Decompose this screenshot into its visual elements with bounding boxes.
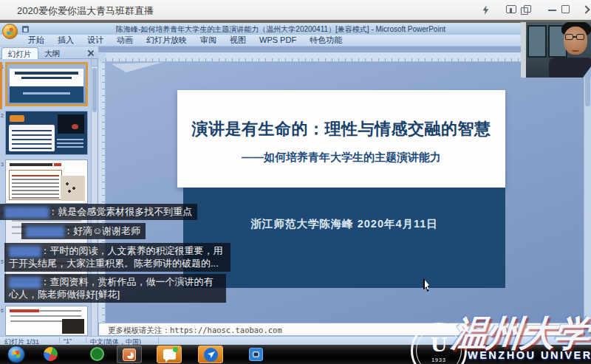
office-button[interactable]: [2, 24, 18, 39]
slide-author-panel: 浙江师范大学陈海峰 2020年4月11日: [183, 188, 505, 288]
chat-text: ：就是会感觉素材很多找不到重点: [48, 206, 192, 217]
pin-window-icon[interactable]: [506, 5, 516, 13]
ruler-corner: [98, 52, 106, 62]
chat-username: ▓▓▓▓▓: [9, 276, 40, 287]
tab-outline-pane[interactable]: 大纲: [38, 47, 66, 59]
status-theme: “1”: [64, 337, 72, 345]
copy-icon[interactable]: [521, 5, 531, 15]
chat-app-icon[interactable]: [157, 346, 182, 363]
chat-text: ：平时的阅读，人文素养的积淀很重要，用于开头结尾，大家注重积累。陈老师讲的破题的…: [9, 245, 222, 269]
save-icon[interactable]: [22, 26, 29, 32]
app-title: 2020爱你爱你温大青马班群直播: [17, 4, 154, 18]
notes-text: 更多模板请关注：https://haosc.taobao.com: [108, 326, 282, 336]
security-pinwheel-icon[interactable]: [38, 346, 64, 363]
screen-capture-icon[interactable]: [244, 346, 269, 363]
slide-thumbnail-3[interactable]: [5, 159, 88, 204]
tab-slides-pane[interactable]: 幻灯片: [1, 47, 38, 59]
app-titlebar: 2020爱你爱你温大青马班群直播: [0, 0, 591, 20]
slide-title: 演讲是有生命的：理性与情感交融的智慧: [177, 118, 505, 140]
chat-username: ▓▓▓▓▓▓▓: [4, 206, 48, 217]
minimize-button[interactable]: [548, 10, 556, 11]
chat-message: ▓▓▓▓▓▓▓：就是会感觉素材很多找不到重点: [0, 204, 197, 220]
slide-thumbnail-6[interactable]: [5, 306, 88, 336]
chat-username: ▓▓▓▓▓▓: [26, 225, 64, 236]
chat-username: ▓▓▓▓▓: [9, 245, 40, 256]
notes-pane[interactable]: 更多模板请关注：https://haosc.taobao.com: [99, 323, 584, 336]
mouse-cursor: [423, 278, 432, 292]
tab-home[interactable]: 开始: [22, 35, 50, 46]
tab-animation[interactable]: 动画: [111, 35, 139, 46]
chat-message: ▓▓▓▓▓：查阅资料，赏析作品，做一个演讲的有心人，陈老师做得好[鲜花]: [4, 274, 226, 303]
slide-thumbnail-1[interactable]: [5, 62, 88, 106]
selected-slide-marker: [0, 62, 2, 109]
chat-text: ：好滴☺谢谢老师: [64, 225, 140, 236]
maximize-button[interactable]: [561, 5, 570, 13]
taskbar: [0, 345, 591, 364]
horizontal-ruler: [106, 52, 584, 62]
ppt-window-title: 陈海峰-如何培养青年大学生的主题演讲能力（温州大学20200411）[兼容模式]…: [0, 24, 561, 35]
meeting-app-icon[interactable]: [198, 346, 223, 363]
close-pane-icon[interactable]: [88, 50, 94, 56]
slide-title-band: 演讲是有生命的：理性与情感交融的智慧 ——如何培养青年大学生的主题演讲能力: [177, 90, 505, 188]
close-button[interactable]: [581, 5, 590, 13]
slide-author-line: 浙江师范大学陈海峰 2020年4月11日: [183, 217, 505, 231]
main-scrollbar[interactable]: [584, 62, 591, 323]
ribbon-tabs: 开始 插入 设计 动画 幻灯片放映 审阅 视图 WPS PDF 特色功能: [0, 35, 591, 47]
green-app-icon[interactable]: [85, 346, 110, 363]
chat-message: ▓▓▓▓▓：平时的阅读，人文素养的积淀很重要，用于开头结尾，大家注重积累。陈老师…: [4, 243, 230, 272]
chat-message: ▓▓▓▓▓▓：好滴☺谢谢老师: [21, 223, 146, 239]
tab-wps-pdf[interactable]: WPS PDF: [253, 35, 302, 46]
powerpoint-taskbar-icon[interactable]: [117, 346, 142, 363]
pane-tabs: 幻灯片 大纲: [0, 47, 98, 59]
ppt-titlebar: 陈海峰-如何培养青年大学生的主题演讲能力（温州大学20200411）[兼容模式]…: [0, 23, 591, 35]
webcam-video: [521, 22, 591, 78]
tab-design[interactable]: 设计: [81, 35, 109, 46]
tab-view[interactable]: 视图: [224, 35, 252, 46]
windows-start-icon[interactable]: [7, 346, 25, 363]
boost-icon[interactable]: [482, 5, 492, 15]
screen: 2020爱你爱你温大青马班群直播 陈海峰-如何培养青年大学生的主题演讲能力（温州…: [0, 0, 591, 364]
tab-review[interactable]: 审阅: [194, 35, 222, 46]
tab-slideshow[interactable]: 幻灯片放映: [140, 35, 193, 46]
tab-features[interactable]: 特色功能: [304, 35, 348, 46]
status-bar: 幻灯片 1/31 “1” 中文(简体，中国): [0, 336, 591, 345]
slide-subtitle: ——如何培养青年大学生的主题演讲能力: [177, 151, 505, 165]
highlight-wedge: [112, 62, 163, 72]
presenter-body: [549, 58, 591, 78]
slide-thumbnail-2[interactable]: [5, 111, 88, 155]
tab-insert[interactable]: 插入: [52, 35, 80, 46]
